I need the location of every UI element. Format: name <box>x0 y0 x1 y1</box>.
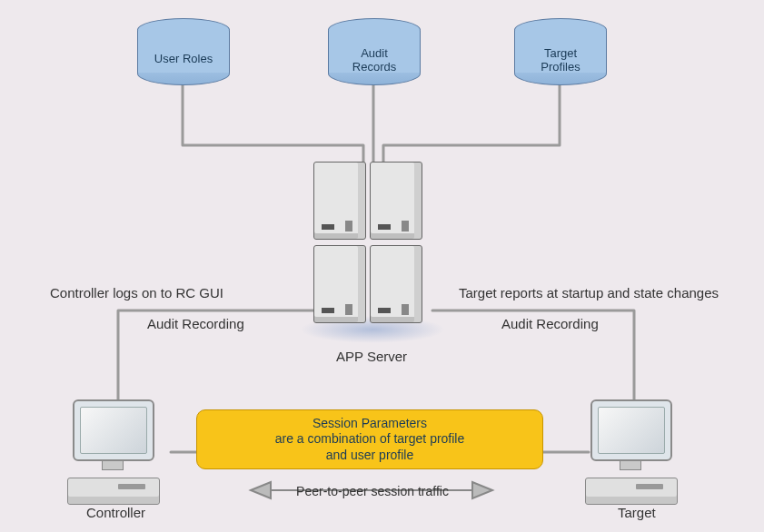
session-line3: and user profile <box>197 448 542 464</box>
target-label: Target <box>618 505 656 520</box>
controller-label: Controller <box>86 505 145 520</box>
svg-marker-1 <box>251 482 271 498</box>
architecture-diagram: User Roles Audit Records Target Profiles… <box>0 0 764 532</box>
db-target-profiles: Target Profiles <box>511 18 610 85</box>
peer-to-peer-label: Peer-to-peer session traffic <box>273 484 472 498</box>
audit-right-caption: Audit Recording <box>501 316 599 331</box>
db-user-roles-label: User Roles <box>138 53 229 66</box>
db-target-profiles-label: Target Profiles <box>515 47 606 74</box>
audit-left-caption: Audit Recording <box>147 316 244 331</box>
db-audit-records-label: Audit Records <box>329 47 420 74</box>
target-reports-caption: Target reports at startup and state chan… <box>459 285 719 300</box>
session-parameters-box: Session Parameters are a combination of … <box>196 409 543 469</box>
db-audit-records: Audit Records <box>324 18 424 85</box>
session-line2: are a combination of target profile <box>197 431 542 448</box>
db-user-roles: User Roles <box>134 18 233 85</box>
app-server-label: APP Server <box>336 349 407 364</box>
server-icon <box>370 162 422 240</box>
session-line1: Session Parameters <box>197 416 542 432</box>
server-icon <box>313 162 366 240</box>
controller-computer-icon <box>64 399 173 505</box>
svg-marker-2 <box>472 482 492 498</box>
app-server-cluster <box>313 162 432 332</box>
server-icon <box>370 245 422 323</box>
server-icon <box>313 245 366 323</box>
target-computer-icon <box>581 399 690 505</box>
controller-logs-caption: Controller logs on to RC GUI <box>50 285 223 300</box>
